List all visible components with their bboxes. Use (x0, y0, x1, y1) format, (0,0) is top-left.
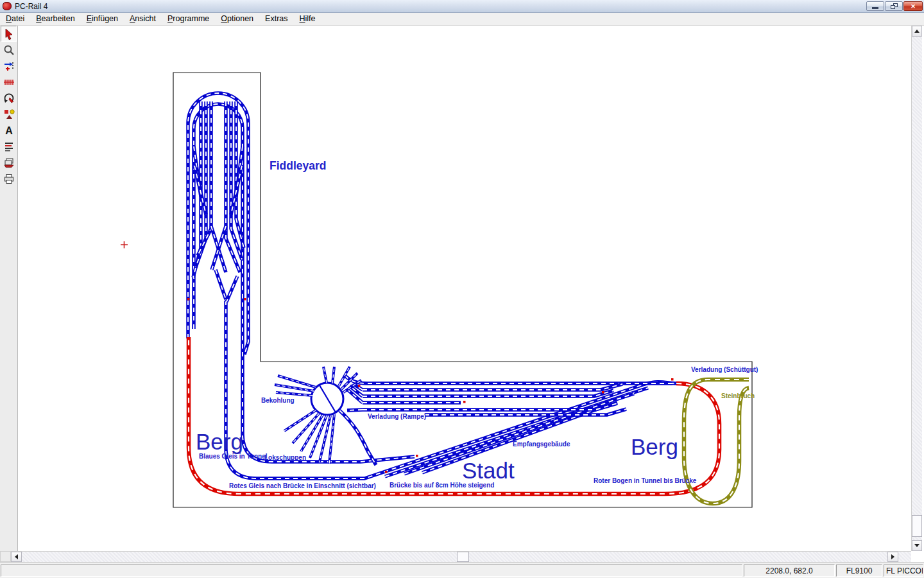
label-verladung-schuettgut[interactable]: Verladung (Schüttgut) (691, 366, 758, 373)
blue-tracks[interactable] (188, 93, 676, 478)
status-bar: 2208.0, 682.0 FL9100 FL PICCOLO (0, 563, 924, 578)
restore-icon (891, 3, 898, 9)
plan-canvas[interactable]: Fiddleyard Berg Stadt Berg Bekohlung Lok… (18, 26, 911, 551)
label-blaues-gleis[interactable]: Blaues Gleis in Tunnel (199, 453, 268, 460)
label-berg-left[interactable]: Berg (196, 429, 243, 454)
track-section-icon (3, 76, 15, 88)
shapes-icon (3, 109, 15, 120)
app-icon[interactable] (3, 2, 12, 10)
scroll-right-button[interactable] (887, 552, 898, 562)
vertical-scrollbar[interactable] (911, 26, 922, 551)
insert-track-tool-button[interactable] (1, 58, 17, 74)
label-stadt[interactable]: Stadt (462, 458, 515, 483)
symbols-tool-button[interactable] (1, 106, 17, 122)
status-message-panel (1, 565, 742, 577)
label-rotes-gleis[interactable]: Rotes Gleis nach Brücke in Einschnitt (s… (229, 482, 376, 489)
track-plan[interactable]: Fiddleyard Berg Stadt Berg Bekohlung Lok… (18, 26, 911, 551)
track-section-tool-button[interactable] (1, 74, 17, 90)
menu-datei[interactable]: Datei (0, 13, 30, 25)
minimize-button[interactable] (866, 1, 884, 11)
label-bekohlung[interactable]: Bekohlung (261, 397, 295, 404)
up-arrow-icon (914, 30, 920, 33)
right-arrow-icon (891, 554, 894, 559)
select-tool-button[interactable] (1, 26, 17, 42)
scroll-left-button[interactable] (11, 552, 22, 562)
zoom-tool-button[interactable] (1, 42, 17, 58)
rotate-pen-icon (3, 92, 15, 104)
vertical-scroll-thumb[interactable] (912, 515, 922, 537)
layers-tool-button[interactable] (1, 154, 17, 170)
label-bruecke[interactable]: Brücke bis auf 8cm Höhe steigend (389, 482, 494, 489)
svg-text:A: A (5, 125, 13, 136)
label-steinbruch[interactable]: Steinbruch (721, 392, 755, 399)
left-arrow-icon (15, 554, 18, 559)
lines-icon (3, 141, 15, 152)
close-icon: ✕ (911, 3, 916, 10)
maximize-button[interactable] (885, 1, 903, 11)
select-arrow-icon (3, 28, 15, 40)
label-lokschuppen[interactable]: Lokschuppen (264, 454, 306, 461)
horizontal-scroll-thumb[interactable] (457, 552, 469, 562)
window-title: PC-Rail 4 (15, 2, 47, 11)
insert-track-icon (3, 60, 15, 72)
status-library-field: FL PICCOLO (884, 565, 923, 577)
close-button[interactable]: ✕ (903, 1, 923, 11)
menu-bearbeiten[interactable]: Bearbeiten (30, 13, 80, 25)
down-arrow-icon (914, 544, 920, 547)
scroll-down-button[interactable] (912, 540, 922, 551)
menu-extras[interactable]: Extras (259, 13, 293, 25)
label-roter-bogen[interactable]: Roter Bogen in Tunnel bis Brücke (594, 477, 697, 484)
scrollbar-corner-left (0, 551, 11, 562)
text-a-icon: A (3, 125, 15, 136)
title-bar[interactable]: PC-Rail 4 ✕ (0, 0, 924, 13)
label-empfangsgebaeude[interactable]: Empfangsgebäude (513, 441, 570, 448)
print-tool-button[interactable] (1, 170, 17, 186)
status-coordinates: 2208.0, 682.0 (744, 565, 835, 577)
layers-icon (3, 157, 15, 168)
status-scale-field: FL9100 (836, 565, 882, 577)
menu-bar: Datei Bearbeiten Einfügen Ansicht Progra… (0, 13, 924, 26)
turntable[interactable] (311, 383, 343, 415)
label-verladung-rampe[interactable]: Verladung (Rampe) (368, 413, 426, 420)
turntable-spokes[interactable] (275, 367, 361, 464)
printer-icon (3, 173, 15, 184)
menu-ansicht[interactable]: Ansicht (124, 13, 162, 25)
tool-palette: A (0, 26, 18, 551)
edit-rotate-tool-button[interactable] (1, 90, 17, 106)
menu-hilfe[interactable]: Hilfe (294, 13, 321, 25)
magnifier-icon (3, 44, 15, 56)
menu-optionen[interactable]: Optionen (215, 13, 259, 25)
align-lines-tool-button[interactable] (1, 138, 17, 154)
menu-programme[interactable]: Programme (162, 13, 215, 25)
minimize-icon (872, 7, 878, 9)
label-fiddleyard[interactable]: Fiddleyard (270, 159, 327, 172)
origin-marker (121, 241, 128, 249)
horizontal-scrollbar[interactable] (11, 551, 911, 562)
text-tool-button[interactable]: A (1, 122, 17, 138)
label-berg-right[interactable]: Berg (631, 434, 678, 459)
scroll-up-button[interactable] (912, 26, 922, 37)
menu-einfuegen[interactable]: Einfügen (81, 13, 124, 25)
